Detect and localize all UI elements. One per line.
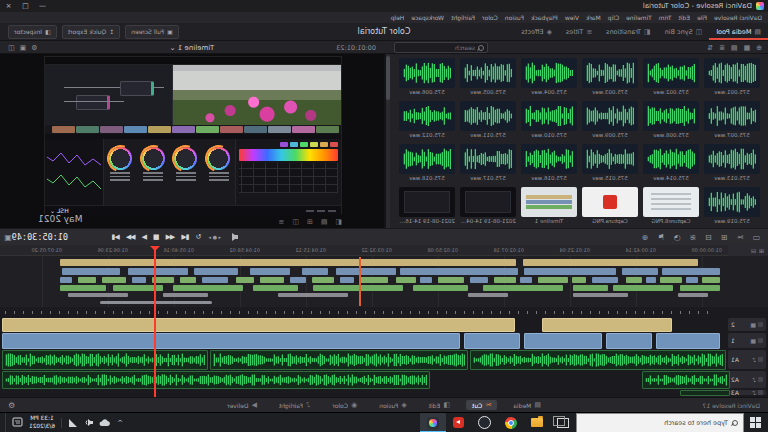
page-button-deliver[interactable]: ▶Deliver [221,400,263,410]
media-pool-icon-1[interactable]: ▦ [744,44,751,52]
next-clip-button[interactable]: ▶▮ [112,233,119,241]
overview-clip[interactable] [686,277,698,283]
stop-button[interactable]: ■ [154,233,160,241]
mute-button[interactable] [758,390,763,395]
tab-media-pool[interactable]: ▤Media Pool [709,23,768,40]
timeline-clip[interactable] [464,333,520,349]
overview-clip[interactable] [483,285,563,291]
media-pool-icon-4[interactable]: ⇅ [707,44,713,52]
overview-clip[interactable] [313,285,403,291]
overview-clip[interactable] [290,277,306,283]
close-button[interactable]: × [0,0,17,12]
menu-timeline[interactable]: Timeline [626,14,652,21]
overview-ruler[interactable]: ⊞⊟ 01:00:00:0001:00:42:1401:01:25:0401:0… [0,245,768,256]
video-frame[interactable]: HSL ⌄ [44,56,342,214]
overview-clip[interactable] [400,268,518,275]
overview-clip[interactable] [173,285,243,291]
action-center-icon[interactable] [12,417,23,428]
overview-clip[interactable] [68,293,128,297]
hsl-dropdown[interactable]: HSL ⌄ [50,207,69,214]
media-clip-tile[interactable]: 575.017.wav [460,144,516,181]
tray-chevron-icon[interactable]: ^ [117,419,123,427]
blade-icon[interactable]: ✂ [737,233,744,242]
overview-clip[interactable] [622,268,658,275]
media-clip-tile[interactable]: 575.013.wav [704,144,760,181]
overview-clip[interactable] [573,285,608,291]
viewer-tool-icon-2[interactable]: ⊞ [307,218,313,226]
tab-effects[interactable]: ◈Effects [514,23,558,40]
timeline-clip[interactable] [2,318,515,332]
menu-clip[interactable]: Clip [608,14,619,21]
full-screen-button[interactable]: ▣Full Screen [125,25,178,39]
media-clip-tile[interactable]: 575.016.wav [521,144,577,181]
start-button[interactable] [744,413,768,432]
overview-clip[interactable] [470,277,488,283]
taskbar-app-obs[interactable] [472,413,498,432]
rewind-button[interactable]: ◀◀ [167,233,176,241]
insert-icon[interactable]: ⊞ [721,233,728,242]
prev-clip-button[interactable]: ▮◀ [182,233,189,241]
media-clip-tile[interactable]: 575.007.wav [704,101,760,138]
mute-button[interactable] [758,338,763,343]
timeline-clip[interactable] [642,371,730,389]
flag-icon[interactable]: ⚑ [657,233,664,242]
page-button-media[interactable]: ▤Media [507,400,547,410]
overview-clip[interactable] [250,268,290,275]
search-input[interactable]: search [394,42,488,53]
snap-icon[interactable]: ⊕ [642,233,649,242]
menu-mark[interactable]: Mark [586,14,601,21]
track-header-a2[interactable]: ♪A2 [728,371,766,388]
overview-clip[interactable] [180,277,196,283]
overview-clip[interactable] [78,277,96,283]
tab-sync-bin[interactable]: ◫Sync Bin [658,23,710,40]
overview-clip[interactable] [278,293,348,297]
menu-edit[interactable]: Edit [678,14,690,21]
media-clip-tile[interactable]: 575.001.wav [704,58,760,95]
overview-clip[interactable] [202,277,228,283]
page-button-edit[interactable]: ◨Edit [423,400,456,410]
overview-clip[interactable] [420,277,432,283]
overview-clip[interactable] [523,259,698,266]
ffwd-button[interactable]: ▶▶ [127,233,136,241]
menu-view[interactable]: View [565,14,579,21]
timeline-selector-dropdown[interactable]: Timeline 1 ⌄ [0,44,384,52]
inspector-button[interactable]: ◨Inspector [8,25,57,39]
overview-clip[interactable] [260,277,284,283]
overview-clip[interactable] [194,268,238,275]
overview-clip[interactable] [468,293,508,297]
taskbar-app-chrome[interactable] [498,413,524,432]
media-clip-tile[interactable]: 2021-08-19 14-04-55 [460,187,516,224]
taskbar-search-input[interactable]: Type here to search [576,413,744,432]
media-clip-tile[interactable]: 575.010.wav [521,101,577,138]
timeline-clip[interactable] [2,371,430,389]
media-clip-tile[interactable]: 575.008.wav [643,101,699,138]
page-button-color[interactable]: ◉Color [326,400,363,410]
overview-clip[interactable] [413,285,468,291]
overview-clip[interactable] [62,268,120,275]
media-clip-tile[interactable]: 575.003.wav [582,58,638,95]
overview-clip[interactable] [520,277,532,283]
overview-clip[interactable] [336,268,396,275]
timeline-marker[interactable] [359,257,361,306]
overview-clip[interactable] [592,277,618,283]
overview-clip[interactable] [302,268,328,275]
overview-clip[interactable] [538,277,568,283]
overview-clip[interactable] [613,285,673,291]
menu-file[interactable]: File [697,14,707,21]
media-clip-tile[interactable]: 575.015.wav [582,144,638,181]
taskbar-clock[interactable]: 1:33 PM 6/3/2021 [29,415,55,431]
network-icon[interactable] [68,419,78,427]
overview-clip[interactable] [680,285,720,291]
media-clip-tile[interactable]: 575.014.wav [643,144,699,181]
viewer-tool-icon-1[interactable]: ▤ [321,218,328,226]
tab-transitions[interactable]: ◧Transitions [599,23,657,40]
overview-clip[interactable] [662,268,720,275]
media-pool-icon-2[interactable]: ▤ [731,44,738,52]
timeline-clip[interactable] [680,390,730,396]
taskbar-app-task-view[interactable] [550,413,576,432]
minimize-button[interactable]: — [34,0,51,12]
loop-button[interactable]: ↻ [197,233,202,241]
overview-clip[interactable] [128,268,188,275]
overview-clip[interactable] [132,277,146,283]
overview-clip[interactable] [163,293,208,297]
